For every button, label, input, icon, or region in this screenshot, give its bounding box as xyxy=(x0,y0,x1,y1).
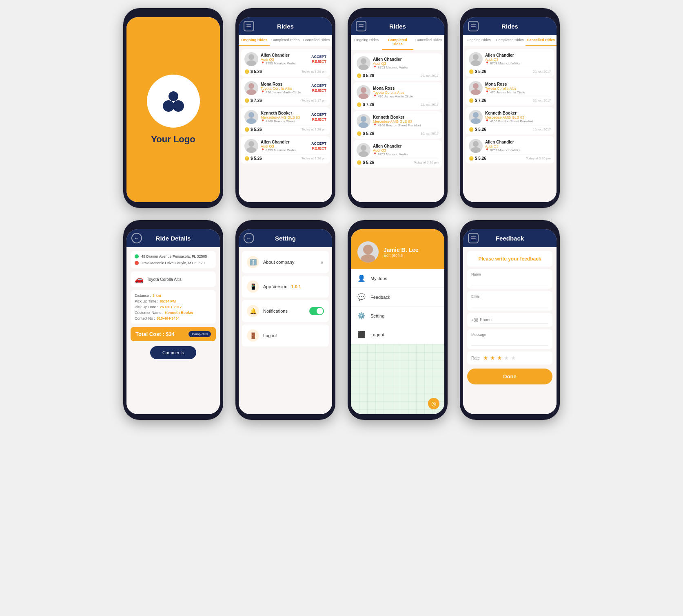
notifications-toggle[interactable] xyxy=(309,307,324,315)
comp-avatar-1 xyxy=(357,56,370,70)
message-field: Message xyxy=(467,329,552,349)
rides-title: Rides xyxy=(277,23,294,30)
tab-completed[interactable]: Completed Rides xyxy=(270,35,301,46)
accept-btn-4[interactable]: ACCEPT xyxy=(311,141,326,146)
comp-car-3: Mercedes-AMG GLS 63 xyxy=(373,119,439,124)
cancelled-card-1: Allen Chandler Audi Q3 📍 8753 Mauricio W… xyxy=(466,49,554,77)
rider-car-1: Audi Q3 xyxy=(261,57,309,62)
setting-icon: ⚙️ xyxy=(357,312,366,320)
tab-completed-3[interactable]: Completed Rides xyxy=(382,35,413,50)
star-2[interactable]: ★ xyxy=(490,355,495,361)
canc-avatar-4 xyxy=(469,139,483,153)
reject-btn-4[interactable]: REJECT xyxy=(311,146,326,150)
feedback-title: Feedback xyxy=(496,235,524,242)
star-1[interactable]: ★ xyxy=(483,355,488,361)
tab-cancelled-4[interactable]: Cancelled Rides xyxy=(526,35,557,46)
comp-name-4: Allen Chandler xyxy=(373,144,439,148)
logo-text: Your Logo xyxy=(151,134,195,145)
app-version-text: App Version : 1.0.1 xyxy=(263,284,301,289)
menu-button-8[interactable] xyxy=(468,233,479,243)
rider-car-2: Toyota Corolla Altis xyxy=(261,86,309,91)
distance-row: Distance : 3 km xyxy=(135,294,212,298)
bell-icon: 🔔 xyxy=(247,305,259,317)
done-button[interactable]: Done xyxy=(467,369,552,384)
settings-title: Setting xyxy=(275,235,296,242)
logout-item[interactable]: 🚪 Logout xyxy=(242,325,329,347)
message-input[interactable] xyxy=(471,338,548,346)
svg-point-4 xyxy=(246,60,256,66)
back-button-5[interactable]: ← xyxy=(131,233,142,243)
profile-edit[interactable]: Edit profile xyxy=(384,253,419,258)
tab-completed-4[interactable]: Completed Rides xyxy=(494,35,525,46)
comp-time-2: 22, oct 2017 xyxy=(421,103,439,106)
svg-point-28 xyxy=(361,254,375,263)
back-button-6[interactable]: ← xyxy=(244,233,254,243)
notifications-label: Notifications xyxy=(263,309,288,314)
accept-btn-3[interactable]: ACCEPT xyxy=(311,113,326,117)
about-company-item[interactable]: ℹ️ About company ∨ xyxy=(242,251,329,273)
tab-ongoing[interactable]: Ongoing Rides xyxy=(239,35,270,46)
tab-ongoing-3[interactable]: Ongoing Rides xyxy=(351,35,382,50)
location-button[interactable]: ◎ xyxy=(428,398,439,409)
email-input[interactable] xyxy=(471,300,548,307)
pickup-time-label: Pick Up Time : xyxy=(135,299,158,303)
settings-header: ← Setting xyxy=(239,229,332,247)
ride-time-2: Today at 2:17 pm xyxy=(302,99,326,102)
notifications-item[interactable]: 🔔 Notifications xyxy=(242,300,329,322)
menu-item-logout[interactable]: ⬛ Logout xyxy=(351,325,444,344)
menu-button[interactable] xyxy=(244,21,254,31)
email-label: Email xyxy=(471,294,548,298)
completed-card-1: Allen Chandler Audi Q3 📍 8753 Mauricio W… xyxy=(353,53,442,81)
accept-btn-1[interactable]: ACCEPT xyxy=(311,55,326,59)
to-row: 1293 Masonic Drive Carlyle, MT 59320 xyxy=(135,261,212,265)
ride-list-completed: Allen Chandler Audi Q3 📍 8753 Mauricio W… xyxy=(351,50,444,202)
ride-price-2: 🪙$ 7.26 xyxy=(244,98,262,103)
reject-btn-2[interactable]: REJECT xyxy=(311,88,326,93)
distance-label: Distance : xyxy=(135,294,151,298)
tab-cancelled[interactable]: Cancelled Rides xyxy=(301,35,332,46)
svg-point-14 xyxy=(359,93,368,99)
star-4[interactable]: ★ xyxy=(504,355,509,361)
name-input[interactable] xyxy=(471,278,548,285)
svg-point-19 xyxy=(473,54,479,60)
comp-car-2: Toyota Corolla Altis xyxy=(373,91,439,95)
phone-ride-details: ← Ride Details 49 Drainer Avenue Pensaco… xyxy=(123,220,223,420)
rider-name-1: Allen Chandler xyxy=(261,53,309,57)
tab-ongoing-4[interactable]: Ongoing Rides xyxy=(463,35,494,46)
reject-btn-1[interactable]: REJECT xyxy=(311,60,326,64)
star-3[interactable]: ★ xyxy=(497,355,502,361)
tab-cancelled-3[interactable]: Cancelled Rides xyxy=(413,35,444,50)
accept-btn-2[interactable]: ACCEPT xyxy=(311,84,326,88)
rider-addr-4: 📍 8753 Mauricio Walks xyxy=(261,148,309,152)
avatar-2 xyxy=(244,81,258,95)
map-section: ◎ xyxy=(351,344,444,414)
phone-input[interactable] xyxy=(480,316,548,324)
star-5[interactable]: ★ xyxy=(511,355,516,361)
rides-tabs: Ongoing Rides Completed Rides Cancelled … xyxy=(239,35,332,46)
notch-8 xyxy=(494,220,526,227)
menu-item-jobs[interactable]: 👤 My Jobs xyxy=(351,269,444,288)
svg-point-24 xyxy=(471,118,481,124)
ride-price-4: 🪙$ 5.26 xyxy=(244,156,262,161)
comp-car-4: Audi Q3 xyxy=(373,148,439,152)
notch-2 xyxy=(269,8,302,15)
menu-item-setting[interactable]: ⚙️ Setting xyxy=(351,307,444,325)
phone-row-2: ← Ride Details 49 Drainer Avenue Pensaco… xyxy=(123,220,560,420)
canc-time-4: Today at 3:26 pm xyxy=(526,157,551,160)
menu-button-4[interactable] xyxy=(468,21,479,31)
pickup-date-value: 26 OCT 2017 xyxy=(160,305,182,309)
menu-button-3[interactable] xyxy=(356,21,366,31)
notch-5 xyxy=(157,220,190,227)
menu-item-feedback[interactable]: 💬 Feedback xyxy=(351,288,444,307)
from-address: 49 Drainer Avenue Pensacola, FL 32505 xyxy=(141,254,207,258)
canc-price-1: 🪙$ 5.26 xyxy=(469,69,486,74)
reject-btn-3[interactable]: REJECT xyxy=(311,117,326,121)
canc-addr-3: 📍 4166 Braxton Street Frankfort xyxy=(485,119,551,123)
customer-value: Kenneth Booker xyxy=(165,311,194,315)
comments-button[interactable]: Comments xyxy=(150,346,196,359)
from-dot xyxy=(135,254,139,258)
contact-value: 815-464-3434 xyxy=(157,316,180,320)
avatar-4 xyxy=(244,139,258,153)
rides-tabs-4: Ongoing Rides Completed Rides Cancelled … xyxy=(463,35,557,46)
ride-card-3: Kenneth Booker Mercedes-AMG GLS 63 📍 416… xyxy=(241,107,330,135)
